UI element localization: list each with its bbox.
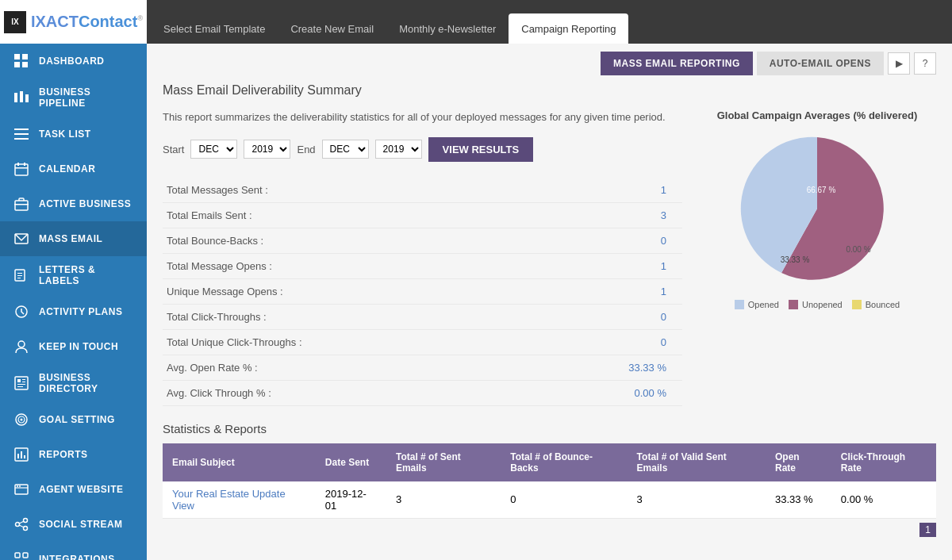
tab-select-template[interactable]: Select Email Template bbox=[151, 13, 278, 44]
legend-color-opened bbox=[735, 300, 744, 309]
svg-rect-9 bbox=[14, 138, 29, 140]
sidebar-label-business-pipeline: BUSINESS PIPELINE bbox=[39, 86, 135, 109]
stat-row: Total Click-Throughs :0 bbox=[163, 304, 682, 329]
subject-link[interactable]: Your Real Estate Update bbox=[172, 488, 286, 500]
logo-area: IX IXACTContact® bbox=[0, 0, 147, 44]
svg-point-40 bbox=[24, 519, 28, 523]
table-cell: 2019-12-01 bbox=[316, 481, 386, 519]
stat-value: 1 bbox=[533, 178, 682, 203]
stat-value: 3 bbox=[533, 202, 682, 228]
tab-create-new[interactable]: Create New Email bbox=[278, 13, 386, 44]
stat-value: 0 bbox=[533, 228, 682, 253]
legend-unopened: Unopened bbox=[789, 300, 843, 309]
svg-rect-24 bbox=[17, 379, 21, 382]
stat-row: Total Emails Sent :3 bbox=[163, 202, 682, 228]
report-left: This report summarizes the deliverabilit… bbox=[163, 109, 682, 406]
view-results-button[interactable]: VIEW RESULTS bbox=[428, 137, 534, 162]
table-header-cell: Total # of Sent Emails bbox=[386, 443, 501, 481]
sidebar-item-calendar[interactable]: CALENDAR bbox=[0, 152, 147, 186]
main-layout: DASHBOARD BUSINESS PIPELINE TASK LIST CA… bbox=[0, 44, 952, 560]
svg-rect-34 bbox=[21, 451, 22, 458]
stat-row: Total Bounce-Backs :0 bbox=[163, 228, 682, 253]
start-year-select[interactable]: 20192018 bbox=[244, 140, 290, 159]
table-header-cell: Email Subject bbox=[163, 443, 316, 481]
tab-monthly-enewsletter[interactable]: Monthly e-Newsletter bbox=[386, 13, 509, 44]
sidebar-item-goal-setting[interactable]: GOAL SETTING bbox=[0, 402, 147, 437]
svg-rect-19 bbox=[17, 275, 22, 276]
stat-row: Total Unique Click-Throughs :0 bbox=[163, 329, 682, 355]
sidebar-label-dashboard: DASHBOARD bbox=[39, 56, 105, 67]
sidebar-item-integrations[interactable]: INTEGRATIONS bbox=[0, 542, 147, 560]
sidebar-label-business-directory: BUSINESS DIRECTORY bbox=[39, 372, 135, 394]
stat-row: Avg. Open Rate % :33.33 % bbox=[163, 355, 682, 380]
sidebar-item-business-pipeline[interactable]: BUSINESS PIPELINE bbox=[0, 79, 147, 117]
pagination: 1 bbox=[163, 519, 936, 541]
table-header-cell: Click-Through Rate bbox=[831, 443, 936, 481]
stat-label: Total Bounce-Backs : bbox=[163, 228, 533, 253]
directory-icon bbox=[12, 374, 31, 393]
sidebar-item-reports[interactable]: REPORTS bbox=[0, 437, 147, 472]
end-label: End bbox=[297, 144, 315, 155]
view-link[interactable]: View bbox=[172, 500, 194, 512]
stat-label: Avg. Click Through % : bbox=[163, 380, 533, 405]
sidebar-item-active-business[interactable]: ACTIVE BUSINESS bbox=[0, 186, 147, 221]
report-body: This report summarizes the deliverabilit… bbox=[163, 109, 936, 406]
stat-label: Unique Message Opens : bbox=[163, 278, 533, 304]
subject-cell: Your Real Estate Update View bbox=[163, 481, 316, 519]
email-icon bbox=[12, 229, 31, 248]
sidebar-label-activity-plans: ACTIVITY PLANS bbox=[39, 306, 122, 317]
logo-mark: IX bbox=[4, 11, 26, 33]
sidebar-item-activity-plans[interactable]: ACTIVITY PLANS bbox=[0, 294, 147, 329]
auto-email-opens-button[interactable]: AUTO-EMAIL OPENS bbox=[757, 52, 884, 75]
svg-point-42 bbox=[24, 527, 28, 531]
stat-row: Avg. Click Through % :0.00 % bbox=[163, 380, 682, 405]
top-bar: IX IXACTContact® Select Email Template C… bbox=[0, 0, 952, 44]
report-description: This report summarizes the deliverabilit… bbox=[163, 109, 682, 125]
svg-rect-25 bbox=[22, 379, 25, 380]
mass-email-reporting-button[interactable]: MASS EMAIL REPORTING bbox=[601, 52, 753, 75]
logo-text: IXACTContact® bbox=[31, 13, 143, 31]
svg-point-39 bbox=[19, 485, 21, 487]
sidebar-label-task-list: TASK LIST bbox=[39, 128, 91, 140]
help-icon-button[interactable]: ? bbox=[914, 52, 936, 75]
svg-line-44 bbox=[19, 525, 24, 527]
sidebar-label-mass-email: MASS EMAIL bbox=[39, 233, 102, 244]
end-month-select[interactable]: DECNOV bbox=[322, 140, 369, 159]
sidebar-item-dashboard[interactable]: DASHBOARD bbox=[0, 44, 147, 79]
tab-campaign-reporting[interactable]: Campaign Reporting bbox=[509, 13, 628, 44]
sidebar-item-business-directory[interactable]: BUSINESS DIRECTORY bbox=[0, 364, 147, 402]
sidebar-item-keep-in-touch[interactable]: KEEP IN TOUCH bbox=[0, 329, 147, 364]
svg-rect-12 bbox=[24, 163, 25, 166]
stat-label: Total Unique Click-Throughs : bbox=[163, 329, 533, 355]
chart-title: Global Campaign Averages (% delivered) bbox=[698, 109, 936, 121]
end-year-select[interactable]: 20192018 bbox=[375, 140, 422, 159]
svg-rect-45 bbox=[15, 553, 20, 558]
main-section: Mass Email Deliverability Summary This r… bbox=[147, 83, 952, 557]
legend-color-bounced bbox=[852, 300, 862, 309]
svg-text:33.33 %: 33.33 % bbox=[781, 255, 810, 264]
content-area: MASS EMAIL REPORTING AUTO-EMAIL OPENS ▶ … bbox=[147, 44, 952, 560]
sidebar-label-goal-setting: GOAL SETTING bbox=[39, 414, 115, 425]
sidebar-item-mass-email[interactable]: MASS EMAIL bbox=[0, 221, 147, 256]
stat-row: Unique Message Opens :1 bbox=[163, 278, 682, 304]
date-filter: Start DECNOVOCT 20192018 End DECNOV 2019… bbox=[163, 137, 682, 162]
report-header: MASS EMAIL REPORTING AUTO-EMAIL OPENS ▶ … bbox=[147, 44, 952, 83]
sidebar-item-task-list[interactable]: TASK LIST bbox=[0, 117, 147, 152]
video-icon-button[interactable]: ▶ bbox=[888, 52, 910, 75]
table-cell: 3 bbox=[628, 481, 766, 519]
sidebar-item-social-stream[interactable]: SOCIAL STREAM bbox=[0, 507, 147, 542]
activity-icon bbox=[12, 302, 31, 321]
stat-row: Total Message Opens :1 bbox=[163, 253, 682, 278]
stats-table: Total Messages Sent :1Total Emails Sent … bbox=[163, 178, 682, 406]
sidebar: DASHBOARD BUSINESS PIPELINE TASK LIST CA… bbox=[0, 44, 147, 560]
stat-label: Total Message Opens : bbox=[163, 253, 533, 278]
legend-bounced: Bounced bbox=[852, 300, 900, 309]
sidebar-item-agent-website[interactable]: AGENT WEBSITE bbox=[0, 472, 147, 507]
sidebar-label-active-business: ACTIVE BUSINESS bbox=[39, 198, 131, 209]
sidebar-item-letters-labels[interactable]: LETTERS & LABELS bbox=[0, 256, 147, 294]
table-header-cell: Total # of Bounce-Backs bbox=[501, 443, 627, 481]
start-label: Start bbox=[163, 144, 184, 155]
sidebar-label-reports: REPORTS bbox=[39, 449, 88, 460]
svg-rect-1 bbox=[22, 54, 28, 59]
start-month-select[interactable]: DECNOVOCT bbox=[190, 140, 237, 159]
